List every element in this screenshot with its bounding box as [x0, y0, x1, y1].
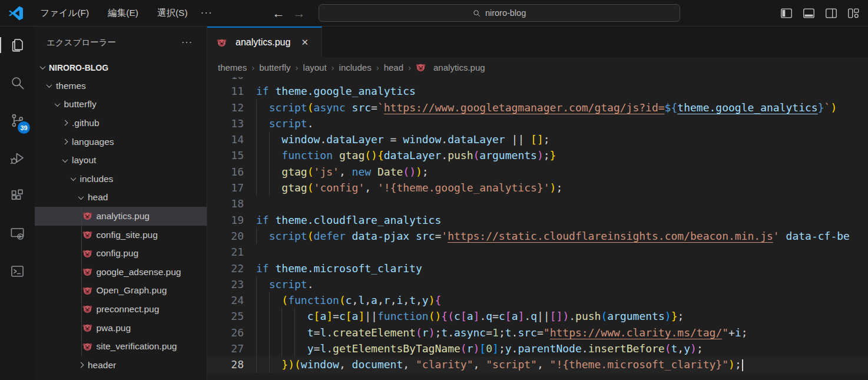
code-line-22[interactable]: 22if theme.microsoft_clarity: [207, 260, 868, 276]
indent-guide: [269, 131, 282, 147]
chevron-right-icon: [62, 139, 68, 145]
code-line-23[interactable]: 23script.: [207, 276, 868, 292]
indent-guide: [256, 228, 269, 244]
code-line-21[interactable]: 21: [207, 244, 868, 260]
extensions-icon[interactable]: [0, 188, 35, 204]
line-content: c[a]=c[a]||function(){(c[a].q=c[a].q||[]…: [256, 308, 868, 324]
tree-item-label: preconnect.pug: [97, 304, 160, 315]
tree-item-includes[interactable]: includes: [35, 170, 207, 189]
indent-guide: [281, 341, 294, 356]
line-number: 24: [207, 292, 244, 308]
menu-item-0[interactable]: ファイル(F): [33, 4, 96, 22]
indent-guide: [256, 276, 269, 292]
indent-guide: [294, 341, 307, 356]
line-content: t=l.createElement(r);t.async=1;t.src="ht…: [256, 325, 868, 341]
tree-item-config.pug[interactable]: config.pug: [35, 244, 207, 263]
code-line-28[interactable]: 28})(window, document, "clarity", "scrip…: [207, 356, 868, 372]
source-control-icon[interactable]: 39: [0, 113, 35, 128]
sidebar-more-actions-button[interactable]: ···: [181, 37, 193, 48]
customize-layout-icon[interactable]: [847, 7, 860, 19]
indent-guide: [269, 356, 282, 372]
code-line-13[interactable]: 13script.: [207, 115, 868, 131]
line-content: script(async src=`https://www.googletagm…: [256, 100, 868, 115]
pug-file-icon: [82, 230, 92, 240]
line-number: 15: [207, 147, 244, 163]
code-line-17[interactable]: 17gtag('config', '!{theme.google_analyti…: [207, 180, 868, 196]
tree-item-label: includes: [80, 174, 114, 184]
search-view-icon[interactable]: [0, 75, 35, 91]
tree-item-butterfly[interactable]: butterfly: [35, 95, 207, 114]
explorer-icon[interactable]: [0, 37, 35, 53]
breadcrumb-item-themes[interactable]: themes: [218, 62, 247, 72]
terminal-view-icon[interactable]: [0, 263, 35, 279]
toggle-secondary-sidebar-icon[interactable]: [825, 7, 837, 19]
run-debug-icon[interactable]: [0, 150, 35, 166]
code-line-15[interactable]: 15function gtag(){dataLayer.push(argumen…: [207, 147, 868, 163]
code-line-20[interactable]: 20script(defer data-pjax src='https://st…: [207, 228, 868, 244]
tree-item-.github[interactable]: .github: [35, 114, 207, 133]
toggle-panel-icon[interactable]: [803, 7, 815, 19]
chevron-down-icon: [54, 101, 60, 107]
breadcrumb-label: includes: [339, 62, 372, 72]
tree-item-site_verification.pug[interactable]: site_verification.pug: [35, 337, 207, 356]
tree-item-preconnect.pug[interactable]: preconnect.pug: [35, 300, 207, 319]
code-line-14[interactable]: 14window.dataLayer = window.dataLayer ||…: [207, 131, 868, 147]
close-icon[interactable]: ✕: [301, 37, 309, 48]
back-arrow-icon[interactable]: ←: [273, 7, 285, 19]
indent-guide: [281, 325, 294, 341]
pug-file-icon: [416, 62, 426, 72]
tree-item-head[interactable]: head: [35, 189, 207, 207]
command-center-value: niroro-blog: [485, 8, 526, 18]
breadcrumb-label: analytics.pug: [433, 62, 485, 72]
code-editor[interactable]: 1011if theme.google_analytics12script(as…: [207, 77, 868, 380]
code-line-11[interactable]: 11if theme.google_analytics: [207, 83, 868, 99]
code-line-26[interactable]: 26t=l.createElement(r);t.async=1;t.src="…: [207, 325, 868, 341]
breadcrumb-item-includes[interactable]: includes: [339, 62, 372, 72]
code-line-27[interactable]: 27y=l.getElementsByTagName(r)[0];y.paren…: [207, 341, 868, 356]
tree-item-label: site_verification.pug: [97, 341, 177, 352]
code-line-18[interactable]: 18: [207, 196, 868, 212]
menu-item-1[interactable]: 編集(E): [101, 4, 145, 22]
tree-item-themes[interactable]: themes: [35, 77, 207, 95]
tree-item-label: pwa.pug: [97, 323, 131, 333]
breadcrumb-item-analytics.pug[interactable]: analytics.pug: [416, 62, 485, 72]
indent-guide: [256, 341, 269, 356]
code-line-19[interactable]: 19if theme.cloudflare_analytics: [207, 212, 868, 228]
indent-guide: [256, 164, 269, 180]
code-line-24[interactable]: 24(function(c,l,a,r,i,t,y){: [207, 292, 868, 308]
breadcrumb-item-layout[interactable]: layout: [303, 62, 327, 72]
tree-item-analytics.pug[interactable]: analytics.pug: [35, 207, 207, 226]
chevron-down-icon: [62, 157, 68, 163]
tree-item-languages[interactable]: languages: [35, 133, 207, 151]
chevron-right-icon: [62, 120, 68, 126]
breadcrumb-item-butterfly[interactable]: butterfly: [259, 62, 290, 72]
tree-item-layout[interactable]: layout: [35, 151, 207, 170]
breadcrumb-item-head[interactable]: head: [384, 62, 403, 72]
tree-item-label: analytics.pug: [97, 211, 150, 222]
menu-item-2[interactable]: 選択(S): [150, 4, 195, 22]
tree-item-pwa.pug[interactable]: pwa.pug: [35, 319, 207, 338]
tree-item-google_adsense.pug[interactable]: google_adsense.pug: [35, 263, 207, 282]
code-line-25[interactable]: 25c[a]=c[a]||function(){(c[a].q=c[a].q||…: [207, 308, 868, 324]
menu-overflow-button[interactable]: ···: [195, 5, 218, 21]
workspace-root-row[interactable]: NIRORO-BLOG: [35, 58, 207, 77]
tree-item-Open_Graph.pug[interactable]: Open_Graph.pug: [35, 282, 207, 300]
tree-item-config_site.pug[interactable]: config_site.pug: [35, 226, 207, 244]
line-number: 28: [207, 356, 244, 372]
tree-item-label: header: [88, 360, 116, 371]
tree-item-header[interactable]: header: [35, 356, 207, 375]
tab-analytics-pug[interactable]: analytics.pug ✕: [207, 27, 322, 57]
line-content: [256, 196, 868, 212]
command-center-search[interactable]: niroro-blog: [319, 4, 680, 22]
toggle-primary-sidebar-icon[interactable]: [780, 7, 793, 19]
line-content: if theme.microsoft_clarity: [256, 260, 868, 276]
tree-indent-guide: [81, 337, 82, 356]
tree-indent-guide: [81, 244, 82, 263]
code-line-10[interactable]: 10: [207, 77, 868, 83]
remote-explorer-icon[interactable]: [0, 226, 35, 242]
code-line-12[interactable]: 12script(async src=`https://www.googleta…: [207, 100, 868, 115]
line-content: [256, 77, 868, 83]
code-line-16[interactable]: 16gtag('js', new Date());: [207, 164, 868, 180]
line-number: 12: [207, 100, 244, 115]
forward-arrow-icon[interactable]: →: [293, 7, 306, 19]
